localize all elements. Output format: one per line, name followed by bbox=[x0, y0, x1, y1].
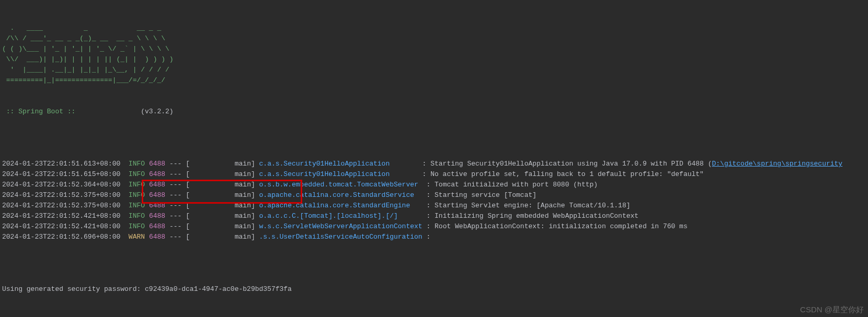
log-logger: o.apache.catalina.core.StandardService bbox=[259, 191, 422, 199]
log-level: INFO bbox=[129, 222, 145, 230]
log-thread: [ main] bbox=[186, 160, 255, 168]
log-line: 2024-01-23T22:01:52.421+08:00 INFO 6488 … bbox=[2, 221, 866, 232]
log-block-1: 2024-01-23T22:01:51.613+08:00 INFO 6488 … bbox=[2, 159, 866, 242]
log-thread: [ main] bbox=[186, 212, 255, 220]
log-thread: [ main] bbox=[186, 233, 255, 241]
log-thread: [ main] bbox=[186, 191, 255, 199]
log-line: 2024-01-23T22:01:51.615+08:00 INFO 6488 … bbox=[2, 169, 866, 180]
log-level: INFO bbox=[129, 181, 145, 189]
boot-line: :: Spring Boot :: (v3.2.2) bbox=[2, 107, 866, 117]
log-message: Starting Servlet engine: [Apache Tomcat/… bbox=[435, 202, 630, 209]
log-level: INFO bbox=[129, 202, 145, 209]
log-message: Starting service [Tomcat] bbox=[435, 191, 536, 199]
log-message: Root WebApplicationContext: initializati… bbox=[435, 222, 688, 230]
log-pid: 6488 bbox=[149, 170, 165, 178]
log-pid: 6488 bbox=[149, 181, 165, 189]
log-thread: [ main] bbox=[186, 170, 255, 178]
log-pid: 6488 bbox=[149, 191, 165, 199]
log-logger: c.a.s.Security01HelloApplication bbox=[259, 170, 418, 178]
log-pid: 6488 bbox=[149, 160, 165, 168]
log-pid: 6488 bbox=[149, 202, 165, 209]
log-logger: o.s.b.w.embedded.tomcat.TomcatWebServer bbox=[259, 181, 422, 189]
log-logger: .s.s.UserDetailsServiceAutoConfiguration bbox=[259, 233, 422, 241]
log-timestamp: 2024-01-23T22:01:52.421+08:00 bbox=[2, 212, 120, 220]
log-link[interactable]: D:\gitcode\spring\springsecurity bbox=[712, 160, 843, 168]
banner-line: \\/ ___)| |_)| | | | | || (_| | ) ) ) ) bbox=[2, 54, 866, 65]
log-message: Tomcat initialized with port 8080 (http) bbox=[435, 181, 598, 189]
log-timestamp: 2024-01-23T22:01:52.364+08:00 bbox=[2, 181, 120, 189]
log-message: No active profile set, falling back to 1… bbox=[430, 170, 704, 178]
log-timestamp: 2024-01-23T22:01:52.421+08:00 bbox=[2, 222, 120, 230]
log-line: 2024-01-23T22:01:52.696+08:00 WARN 6488 … bbox=[2, 232, 866, 242]
console-output[interactable]: . ____ _ __ _ _ /\\ / ___'_ __ _ _(_)_ _… bbox=[0, 0, 868, 317]
log-timestamp: 2024-01-23T22:01:51.615+08:00 bbox=[2, 170, 120, 178]
log-line: 2024-01-23T22:01:52.364+08:00 INFO 6488 … bbox=[2, 180, 866, 190]
log-level: INFO bbox=[129, 191, 145, 199]
spring-banner: . ____ _ __ _ _ /\\ / ___'_ __ _ _(_)_ _… bbox=[2, 23, 866, 86]
log-logger: w.s.c.ServletWebServerApplicationContext bbox=[259, 222, 422, 230]
log-thread: [ main] bbox=[186, 222, 255, 230]
log-timestamp: 2024-01-23T22:01:51.613+08:00 bbox=[2, 160, 120, 168]
log-message: Starting Security01HelloApplication usin… bbox=[430, 160, 712, 168]
log-level: INFO bbox=[129, 160, 145, 168]
log-line: 2024-01-23T22:01:52.421+08:00 INFO 6488 … bbox=[2, 211, 866, 221]
log-message: Initializing Spring embedded WebApplicat… bbox=[435, 212, 638, 220]
log-line: 2024-01-23T22:01:51.613+08:00 INFO 6488 … bbox=[2, 159, 866, 169]
log-pid: 6488 bbox=[149, 212, 165, 220]
log-pid: 6488 bbox=[149, 233, 165, 241]
log-level: INFO bbox=[129, 170, 145, 178]
banner-line: . ____ _ __ _ _ bbox=[2, 23, 866, 33]
banner-line: ' |____| .__|_| |_|_| |_\__, | / / / / bbox=[2, 65, 866, 75]
log-timestamp: 2024-01-23T22:01:52.375+08:00 bbox=[2, 202, 120, 209]
log-logger: c.a.s.Security01HelloApplication bbox=[259, 160, 418, 168]
log-logger: o.apache.catalina.core.StandardEngine bbox=[259, 202, 422, 209]
log-pid: 6488 bbox=[149, 222, 165, 230]
banner-line: =========|_|==============|___/=/_/_/_/ bbox=[2, 75, 866, 86]
log-line: 2024-01-23T22:01:52.375+08:00 INFO 6488 … bbox=[2, 190, 866, 201]
log-timestamp: 2024-01-23T22:01:52.375+08:00 bbox=[2, 191, 120, 199]
log-line: 2024-01-23T22:01:52.375+08:00 INFO 6488 … bbox=[2, 201, 866, 211]
log-thread: [ main] bbox=[186, 181, 255, 189]
generated-password: c92439a0-dca1-4947-ac0e-b29bd357f3fa bbox=[145, 285, 292, 293]
log-logger: o.a.c.c.C.[Tomcat].[localhost].[/] bbox=[259, 212, 422, 220]
log-timestamp: 2024-01-23T22:01:52.696+08:00 bbox=[2, 233, 120, 241]
password-line[interactable]: Using generated security password: c9243… bbox=[2, 284, 866, 295]
log-level: INFO bbox=[129, 212, 145, 220]
banner-line: /\\ / ___'_ __ _ _(_)_ __ __ _ \ \ \ \ bbox=[2, 33, 866, 44]
banner-line: ( ( )\___ | '_ | '_| | '_ \/ _` | \ \ \ … bbox=[2, 44, 866, 54]
log-thread: [ main] bbox=[186, 202, 255, 209]
watermark: CSDN @星空你好 bbox=[800, 304, 864, 315]
log-level: WARN bbox=[129, 233, 145, 241]
